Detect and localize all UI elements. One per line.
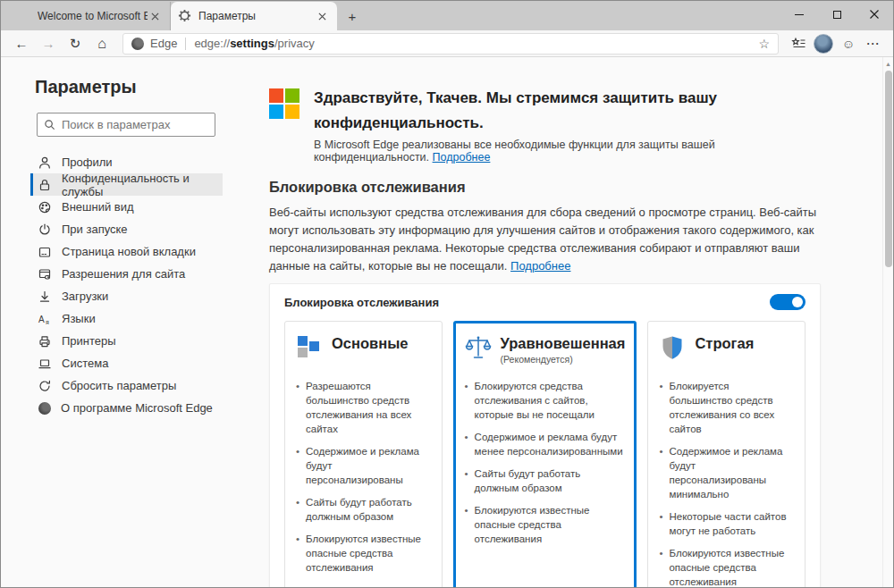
url-host: settings bbox=[230, 37, 274, 50]
sidebar-item-startup[interactable]: При запуске bbox=[30, 218, 223, 240]
sidebar-item-languages[interactable]: Aя Языки bbox=[30, 307, 223, 330]
tab-title: Параметры bbox=[198, 10, 315, 22]
printer-icon bbox=[38, 334, 52, 349]
bullet-text: Блокируются средства отслеживания с сайт… bbox=[475, 379, 626, 422]
svg-text:A: A bbox=[38, 315, 45, 324]
bullet-text: Блокируются известные опасные средства о… bbox=[306, 532, 431, 575]
card-title: Уравновешенная bbox=[501, 335, 626, 351]
refresh-button[interactable]: ↻ bbox=[62, 32, 89, 55]
bullet-text: Сайты будут работать должным образом bbox=[306, 495, 431, 524]
sidebar-item-label: Внешний вид bbox=[62, 200, 134, 214]
card-basic[interactable]: Основные •Разрешаются большинство средст… bbox=[284, 321, 443, 587]
sidebar-item-downloads[interactable]: Загрузки bbox=[30, 285, 223, 307]
sidebar-item-label: Загрузки bbox=[62, 290, 108, 303]
lock-icon bbox=[38, 178, 52, 192]
card-subtitle: (Рекомендуется) bbox=[501, 354, 626, 365]
tab-welcome[interactable]: Welcome to Microsoft Edge Beta bbox=[10, 2, 171, 30]
sidebar-item-profiles[interactable]: Профили bbox=[30, 151, 223, 173]
sidebar-item-label: О программе Microsoft Edge bbox=[61, 401, 213, 415]
tracking-section-title: Блокировка отслеживания bbox=[269, 179, 893, 196]
sidebar-item-system[interactable]: Система bbox=[30, 352, 223, 374]
search-input[interactable] bbox=[62, 118, 208, 131]
favorites-bar-icon[interactable] bbox=[786, 32, 811, 55]
hero-description-text: В Microsoft Edge реализованы все необход… bbox=[314, 139, 715, 164]
sidebar-item-label: Принтеры bbox=[62, 334, 116, 348]
tab-title: Welcome to Microsoft Edge Beta bbox=[38, 10, 148, 22]
sidebar-item-about[interactable]: О программе Microsoft Edge bbox=[30, 397, 223, 419]
sidebar-item-privacy[interactable]: Конфиденциальность и службы bbox=[30, 173, 223, 196]
address-bar[interactable]: Edge edge://settings/privacy ☆ bbox=[122, 33, 779, 55]
card-title: Основные bbox=[332, 334, 408, 367]
tab-close-icon[interactable] bbox=[315, 9, 330, 24]
sidebar-item-label: При запуске bbox=[62, 223, 128, 236]
bullet-text: Блокируется большинство средств отслежив… bbox=[669, 379, 794, 436]
url-divider bbox=[185, 38, 186, 50]
sidebar-item-label: Профили bbox=[62, 155, 113, 169]
back-button[interactable]: ← bbox=[8, 32, 35, 55]
basic-blocks-icon bbox=[296, 334, 323, 361]
bullet-text: Блокируются известные опасные средства о… bbox=[475, 503, 626, 546]
sidebar-item-new-tab-page[interactable]: Страница новой вкладки bbox=[30, 240, 223, 263]
sidebar-item-label: Система bbox=[62, 357, 108, 370]
sidebar-item-label: Страница новой вкладки bbox=[62, 245, 196, 258]
sidebar-item-label: Языки bbox=[62, 312, 96, 325]
laptop-icon bbox=[38, 357, 52, 371]
tab-settings[interactable]: Параметры bbox=[171, 2, 337, 30]
sidebar-item-appearance[interactable]: Внешний вид bbox=[30, 196, 223, 218]
card-strict[interactable]: Строгая •Блокируется большинство средств… bbox=[647, 321, 805, 587]
svg-text:я: я bbox=[46, 318, 49, 324]
url-path: /privacy bbox=[274, 37, 315, 50]
microsoft-logo-icon bbox=[269, 88, 299, 119]
forward-button[interactable]: → bbox=[35, 32, 62, 55]
tracking-toggle-label: Блокировка отслеживания bbox=[284, 296, 439, 309]
card-bullets: •Блокируется большинство средств отслежи… bbox=[659, 379, 794, 587]
sidebar-nav: Профили Конфиденциальность и службы Внеш… bbox=[1, 151, 251, 419]
balance-scale-icon bbox=[465, 334, 492, 361]
edge-favicon-icon bbox=[17, 9, 31, 23]
new-tab-button[interactable]: + bbox=[341, 4, 364, 28]
hero-description: В Microsoft Edge реализованы все необход… bbox=[314, 139, 821, 164]
privacy-hero: Здравствуйте, Ткачев. Мы стремимся защит… bbox=[269, 86, 821, 164]
bullet-text: Содержимое и реклама будут менее персона… bbox=[475, 430, 626, 458]
bullet-text: Содержимое и реклама будут персонализиро… bbox=[669, 444, 794, 501]
tracking-learn-more-link[interactable]: Подробнее bbox=[510, 259, 570, 273]
sidebar-item-site-permissions[interactable]: Разрешения для сайта bbox=[30, 263, 223, 285]
sidebar-item-reset[interactable]: Сбросить параметры bbox=[30, 374, 223, 397]
tracking-prevention-panel: Блокировка отслеживания Основные •Разреш… bbox=[269, 283, 821, 587]
maximize-button[interactable] bbox=[818, 1, 856, 28]
minimize-button[interactable] bbox=[780, 1, 818, 28]
sidebar-item-printers[interactable]: Принтеры bbox=[30, 330, 223, 352]
person-icon bbox=[38, 155, 52, 170]
bullet-text: Сайты будут работать должным образом bbox=[475, 466, 626, 495]
tab-bar: Welcome to Microsoft Edge Beta Параметры bbox=[1, 1, 893, 30]
feedback-smiley-icon[interactable]: ☺ bbox=[836, 32, 861, 55]
settings-main: Здравствуйте, Ткачев. Мы стремимся защит… bbox=[251, 57, 893, 587]
tab-close-icon[interactable] bbox=[148, 9, 163, 24]
profile-avatar[interactable] bbox=[811, 32, 836, 55]
gear-icon bbox=[178, 9, 192, 23]
card-balanced[interactable]: Уравновешенная (Рекомендуется) •Блокирую… bbox=[453, 321, 637, 587]
download-icon bbox=[38, 290, 52, 304]
tracking-section-description: Веб-сайты используют средства отслеживан… bbox=[269, 204, 825, 275]
navigation-toolbar: ← → ↻ ⌂ Edge edge://settings/privacy ☆ ☺… bbox=[1, 30, 893, 57]
settings-sidebar: Параметры Профили Конфиденциальность и с… bbox=[1, 57, 251, 587]
panel-header: Блокировка отслеживания bbox=[284, 294, 805, 310]
close-button[interactable] bbox=[856, 1, 893, 28]
settings-search[interactable] bbox=[37, 113, 215, 137]
card-title: Строгая bbox=[695, 334, 754, 367]
favorite-star-icon[interactable]: ☆ bbox=[758, 37, 770, 51]
scrollbar-thumb[interactable] bbox=[885, 71, 892, 267]
sidebar-item-label: Конфиденциальность и службы bbox=[62, 172, 223, 198]
sidebar-title: Параметры bbox=[35, 77, 251, 97]
settings-menu-icon[interactable]: ··· bbox=[861, 32, 886, 55]
vertical-scrollbar[interactable]: ▲ bbox=[882, 57, 893, 587]
new-tab-page-icon bbox=[38, 245, 52, 259]
site-permissions-icon bbox=[38, 267, 52, 281]
palette-icon bbox=[38, 200, 52, 214]
search-icon bbox=[44, 119, 55, 130]
scroll-up-arrow-icon[interactable]: ▲ bbox=[883, 57, 893, 70]
sidebar-item-label: Разрешения для сайта bbox=[62, 267, 185, 281]
hero-learn-more-link[interactable]: Подробнее bbox=[433, 151, 491, 164]
tracking-toggle[interactable] bbox=[770, 294, 805, 310]
home-button[interactable]: ⌂ bbox=[89, 32, 115, 55]
